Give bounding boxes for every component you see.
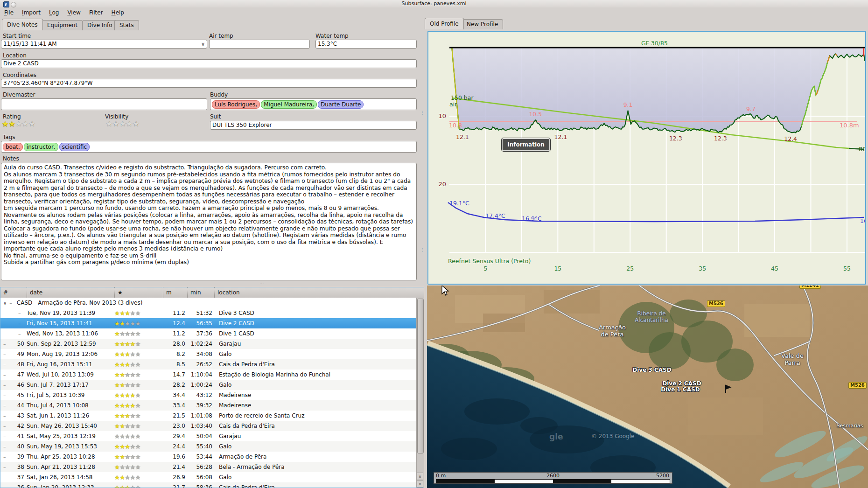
start-time-combo[interactable]: 11/15/13 11:41 AM ∨	[1, 40, 207, 49]
svg-text:GF 30/85: GF 30/85	[641, 40, 668, 47]
dive-list-body: ∨–CASD - Armação de Pêra, Nov 2013 (3 di…	[0, 298, 417, 488]
tab-equipment[interactable]: Equipment	[42, 20, 83, 30]
svg-text:20: 20	[438, 181, 446, 188]
table-row-dive-43[interactable]: –43Sat, Jun 1, 2013 11:26★★★★★21.51:01:0…	[0, 411, 417, 421]
svg-text:80: 80	[859, 146, 865, 153]
tab-dive-info[interactable]: Dive Info	[82, 20, 118, 30]
menu-filter[interactable]: Filter	[85, 8, 107, 17]
buddy-field[interactable]: Luís Rodrigues,Miguel Madureira,Duarte D…	[210, 98, 417, 110]
column-header-stars[interactable]: ★	[114, 287, 163, 298]
svg-text:25: 25	[626, 265, 634, 272]
svg-text:12.3: 12.3	[669, 135, 682, 142]
tab-old-profile[interactable]: Old Profile	[425, 18, 464, 29]
scroll-up-button[interactable]: ∧	[417, 473, 423, 480]
dive-site-map[interactable]: Armação de PêraRibeira de AlcantarilhaVa…	[427, 286, 868, 488]
rating-stars[interactable]: ★★★★★	[2, 119, 35, 128]
column-header-m[interactable]: m	[163, 287, 187, 298]
svg-text:16: 16	[860, 217, 865, 224]
table-row-dive-46[interactable]: –46Sun, Jul 7, 2013 17:17★★★★★28.21:00:2…	[0, 380, 417, 390]
star-icon: ★	[126, 119, 133, 128]
suit-field[interactable]: DUI TLS 350 Explorer	[210, 121, 417, 130]
profile-plot: GF 30/85150 barair102051525354555Reefnet…	[428, 32, 865, 284]
scrollbar-thumb[interactable]	[417, 299, 424, 453]
buddy-pill: Luís Rodrigues,	[212, 100, 260, 109]
table-row-dive-Dive-1-CASD[interactable]: –Wed, Nov 13, 2013 11:06★★★★★11.237:36Di…	[0, 328, 417, 339]
location-label: Location	[3, 52, 27, 59]
menu-import[interactable]: Import	[18, 8, 45, 17]
water-temp-field[interactable]: 15.3°C	[315, 40, 417, 49]
star-icon: ★	[8, 119, 15, 128]
svg-text:12.1: 12.1	[554, 133, 567, 140]
scroll-down-button[interactable]: ∨	[417, 480, 423, 488]
tab-dive-notes[interactable]: Dive Notes	[2, 19, 43, 30]
buddy-label: Buddy	[210, 91, 228, 98]
left-tab-bar: Dive NotesEquipmentDive InfoStats	[2, 19, 422, 30]
tags-field[interactable]: boat,instructor,scientific	[1, 141, 417, 153]
column-header-location[interactable]: location	[214, 287, 424, 298]
dive-list: #date★mminlocation ∨–CASD - Armação de P…	[0, 287, 424, 488]
mouse-cursor-icon	[441, 286, 451, 297]
svg-text:10.8m: 10.8m	[840, 122, 859, 129]
svg-text:10.5: 10.5	[529, 111, 542, 118]
table-row-dive-44[interactable]: –44Thu, Jul 4, 2013 10:08★★★★★33.439:32M…	[0, 400, 417, 411]
table-row-dive-Dive-3-CASD[interactable]: –Tue, Nov 19, 2013 11:39★★★★★11.251:32Di…	[0, 308, 417, 318]
star-icon: ★	[133, 119, 139, 128]
map-label-m526: M526	[707, 300, 725, 307]
chevron-down-icon[interactable]: ∨	[201, 41, 205, 48]
vertical-splitter-grip[interactable]: ⋮	[420, 249, 425, 251]
table-row-dive-40[interactable]: –40Sun, May 19, 2013 15:53★★★★★24.455:40…	[0, 441, 417, 452]
location-field[interactable]: Dive 2 CASD	[1, 59, 417, 68]
table-row-dive-45[interactable]: –45Fri, Jul 5, 2013 10:39★★★★★34.443:12M…	[0, 390, 417, 400]
profile-tab-bar: Old ProfileNew Profile	[425, 18, 611, 30]
svg-text:55: 55	[843, 265, 851, 272]
scale-mid: 2600	[434, 473, 672, 479]
horizontal-splitter-grip[interactable]: ⋯	[259, 282, 265, 284]
tab-stats[interactable]: Stats	[114, 20, 139, 30]
column-header-date[interactable]: date	[27, 287, 114, 298]
table-row-dive-47[interactable]: –47Wed, Jul 10, 2013 13:09★★★★★14.71:10:…	[0, 369, 417, 380]
location-value: Dive 2 CASD	[3, 60, 39, 67]
dive-list-scrollbar[interactable]: ∧ ∨	[416, 298, 424, 488]
menu-file[interactable]: File	[0, 8, 18, 17]
vertical-splitter-grip[interactable]: ⋮	[420, 112, 425, 113]
table-row-dive-42[interactable]: –42Sun, May 26, 2013 15:40★★★★★23.01:03:…	[0, 421, 417, 431]
tags-label: Tags	[3, 134, 15, 140]
menu-help[interactable]: Help	[107, 8, 128, 17]
tag-pill: boat,	[3, 143, 23, 151]
table-row-dive-36[interactable]: –36Sun, Jan 20, 2013 12:33★★★★★21.758:36…	[0, 482, 417, 488]
start-time-value: 11/15/13 11:41 AM	[3, 41, 57, 47]
information-button[interactable]: Information	[502, 138, 550, 151]
menu-view[interactable]: View	[63, 8, 84, 17]
table-row-dive-49[interactable]: –49Mon, Aug 19, 2013 12:06★★★★★8.234:08G…	[0, 349, 417, 359]
title-bar: Subsurface: paneves.xml	[0, 0, 868, 7]
visibility-stars[interactable]: ★★★★★	[106, 119, 140, 128]
trip-group-row[interactable]: ∨–CASD - Armação de Pêra, Nov 2013 (3 di…	[0, 298, 417, 308]
table-row-dive-48[interactable]: –48Fri, Aug 16, 2013 15:11★★★★★8.526:52C…	[0, 359, 417, 369]
tag-pill: instructor,	[24, 143, 58, 151]
svg-text:12.1: 12.1	[456, 133, 469, 140]
svg-text:17.4°C: 17.4°C	[485, 212, 505, 219]
table-row-dive-38[interactable]: –38Sun, Apr 21, 2013 11:28★★★★★21.456:28…	[0, 462, 417, 472]
notes-textarea[interactable]: Aula do curso CASD. Transectos c/video e…	[1, 163, 417, 280]
divemaster-field[interactable]	[1, 98, 207, 110]
table-row-dive-37[interactable]: –37Sat, Jan 26, 2013 14:58★★★★★26.956:08…	[0, 472, 417, 482]
visibility-label: Visibility	[105, 113, 128, 120]
coordinates-field[interactable]: 37°05'23.460"N 8°20'47.879"W	[1, 79, 417, 88]
star-icon: ★	[106, 119, 112, 128]
air-temp-field[interactable]	[209, 40, 310, 49]
star-icon: ★	[119, 119, 126, 128]
map-label-sesmarias: Sesmarias	[835, 423, 865, 429]
svg-text:9.7: 9.7	[746, 105, 756, 112]
column-header-num[interactable]: #	[0, 287, 27, 298]
tab-new-profile[interactable]: New Profile	[462, 19, 503, 29]
table-row-dive-Dive-2-CASD[interactable]: –Fri, Nov 15, 2013 11:41★★★★★12.456:35Di…	[0, 318, 417, 328]
table-row-dive-50[interactable]: –50Sun, Sep 22, 2013 12:59★★★★★28.01:02:…	[0, 339, 417, 349]
collapse-icon[interactable]: ∨	[3, 300, 7, 306]
dive-list-header: #date★mminlocation	[0, 287, 424, 298]
column-header-min[interactable]: min	[187, 287, 214, 298]
table-row-dive-39[interactable]: –39Thu, Apr 25, 2013 10:28★★★★★19.653:44…	[0, 452, 417, 462]
table-row-dive-41[interactable]: –41Sat, May 25, 2013 12:19★★★★★29.450:04…	[0, 431, 417, 441]
star-icon: ★	[22, 119, 28, 128]
svg-text:Reefnet Sensus Ultra (Preto): Reefnet Sensus Ultra (Preto)	[448, 258, 531, 265]
menu-log[interactable]: Log	[45, 8, 63, 17]
